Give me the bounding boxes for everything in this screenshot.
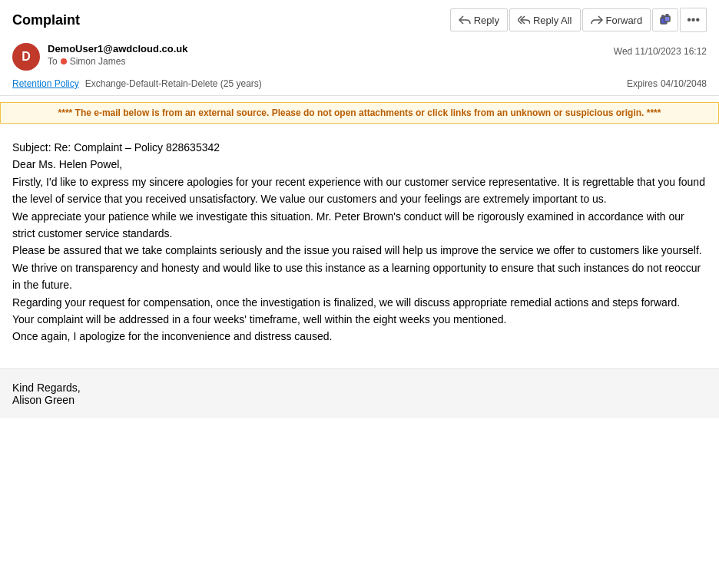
teams-button[interactable] <box>652 8 678 31</box>
title-toolbar-row: Complaint Reply R <box>12 8 707 32</box>
paragraph-5: Your complaint will be addressed in a fo… <box>12 311 707 328</box>
forward-label: Forward <box>606 15 643 26</box>
teams-icon <box>659 14 671 26</box>
signature-area: Kind Regards, Alison Green <box>0 368 719 418</box>
expires-section: Expires 04/10/2048 <box>627 78 707 89</box>
email-body: Subject: Re: Complaint – Policy 82863534… <box>0 130 719 361</box>
email-subject: Subject: Re: Complaint – Policy 82863534… <box>12 139 707 156</box>
closing-line: Kind Regards, <box>12 382 707 394</box>
greeting: Dear Ms. Helen Powel, <box>12 156 707 173</box>
retention-policy-link[interactable]: Retention Policy <box>12 78 79 89</box>
retention-value: Exchange-Default-Retain-Delete (25 years… <box>85 78 262 89</box>
paragraph-1: Firstly, I'd like to express my sincere … <box>12 173 707 208</box>
forward-icon <box>591 14 603 26</box>
sender-details: DemoUser1@awdcloud.co.uk To Simon James <box>48 43 614 67</box>
reply-all-button[interactable]: Reply All <box>509 8 581 31</box>
reply-label: Reply <box>474 15 499 26</box>
svg-point-3 <box>662 15 664 18</box>
expires-label: Expires <box>627 78 658 89</box>
expires-date: 04/10/2048 <box>661 78 707 89</box>
to-label: To <box>48 56 58 67</box>
sender-signature-name: Alison Green <box>12 394 707 406</box>
reply-all-label: Reply All <box>533 15 572 26</box>
paragraph-3: Please be assured that we take complaint… <box>12 242 707 293</box>
paragraph-4: Regarding your request for compensation,… <box>12 294 707 311</box>
recipient-name: Simon James <box>70 56 126 67</box>
retention-left: Retention Policy Exchange-Default-Retain… <box>12 78 262 89</box>
avatar: D <box>12 43 40 71</box>
more-options-dots: ••• <box>687 13 700 27</box>
email-title: Complaint <box>12 12 80 28</box>
reply-all-icon <box>518 14 530 26</box>
recipient-status-dot <box>61 58 67 64</box>
email-container: Complaint Reply R <box>0 0 719 588</box>
warning-text: **** The e-mail below is from an externa… <box>58 107 661 118</box>
external-warning-banner: **** The e-mail below is from an externa… <box>0 102 719 124</box>
timestamp: Wed 11/10/2023 16:12 <box>614 46 707 57</box>
toolbar: Reply Reply All <box>450 8 707 32</box>
more-options-button[interactable]: ••• <box>680 8 707 32</box>
forward-button[interactable]: Forward <box>582 8 651 31</box>
paragraph-6: Once again, I apologize for the inconven… <box>12 328 707 345</box>
paragraph-2: We appreciate your patience while we inv… <box>12 208 707 243</box>
reply-icon <box>459 14 471 26</box>
svg-point-2 <box>666 15 668 17</box>
sender-email: DemoUser1@awdcloud.co.uk <box>48 43 614 55</box>
retention-bar: Retention Policy Exchange-Default-Retain… <box>12 75 707 95</box>
email-header: Complaint Reply R <box>0 0 719 96</box>
sender-row: D DemoUser1@awdcloud.co.uk To Simon Jame… <box>12 37 707 75</box>
sender-to-row: To Simon James <box>48 56 614 67</box>
reply-button[interactable]: Reply <box>450 8 508 31</box>
